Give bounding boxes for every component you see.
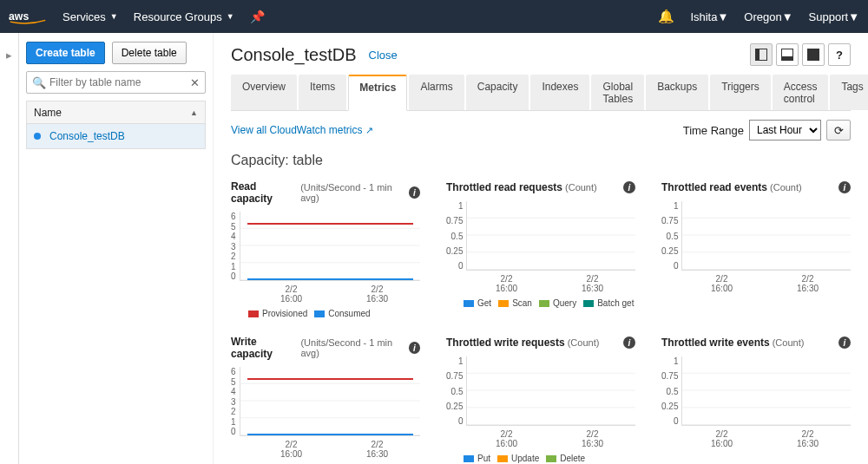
charts-grid: Read capacity (Units/Second - 1 min avg)… [231, 180, 851, 464]
chart-1: Throttled read requests (Count)i10.750.5… [446, 180, 635, 318]
view-split-left[interactable] [750, 43, 773, 66]
chart-5: Throttled write events (Count)i10.750.50… [661, 336, 851, 464]
legend: PutUpdateDeleteBatch write [446, 454, 635, 464]
chart-subtitle: (Count) [565, 182, 597, 193]
y-axis: 10.750.50.250 [661, 201, 681, 271]
chart-3: Write capacity (Units/Second - 1 min avg… [231, 336, 420, 464]
x-axis: 2/216:002/216:30 [661, 429, 851, 448]
legend-item: Batch get [583, 298, 634, 308]
top-nav: aws Services▼ Resource Groups▼ 📌 🔔 Ishit… [0, 0, 868, 33]
sort-icon[interactable]: ▲ [190, 108, 198, 117]
tab-alarms[interactable]: Alarms [409, 75, 464, 110]
chart-4: Throttled write requests (Count)i10.750.… [446, 336, 635, 464]
chart-title: Read capacity [231, 180, 298, 205]
nav-region[interactable]: Oregon▼ [744, 10, 792, 23]
svg-text:aws: aws [9, 10, 29, 23]
info-icon[interactable]: i [623, 337, 635, 349]
y-axis: 6543210 [231, 367, 240, 436]
nav-services[interactable]: Services▼ [62, 10, 118, 23]
caret-down-icon: ▼ [227, 12, 234, 21]
tab-access-control[interactable]: Access control [773, 75, 829, 110]
caret-down-icon: ▼ [717, 10, 728, 23]
info-icon[interactable]: i [623, 181, 635, 193]
caret-down-icon: ▼ [782, 10, 793, 23]
y-axis: 10.750.50.250 [661, 356, 681, 426]
notifications-icon[interactable]: 🔔 [658, 9, 674, 24]
y-axis: 6543210 [231, 212, 240, 281]
nav-resource-groups[interactable]: Resource Groups▼ [134, 10, 234, 23]
sidebar-collapse[interactable]: ▸ [0, 33, 19, 464]
external-link-icon: ↗ [365, 125, 373, 135]
plot-area [240, 212, 420, 281]
chart-title: Throttled write requests [446, 337, 565, 349]
chart-2: Throttled read events (Count)i10.750.50.… [661, 180, 851, 318]
delete-table-button[interactable]: Delete table [112, 42, 187, 64]
refresh-icon: ⟳ [834, 124, 844, 137]
sidebar: Create table Delete table 🔍 ✕ Name ▲ Con… [19, 33, 214, 464]
table-row[interactable]: Console_testDB [27, 124, 205, 148]
legend-item: Provisioned [248, 309, 307, 318]
chart-title: Throttled write events [661, 337, 770, 349]
tabs: OverviewItemsMetricsAlarmsCapacityIndexe… [231, 75, 851, 111]
y-axis: 10.750.50.250 [446, 201, 466, 271]
tab-overview[interactable]: Overview [231, 75, 297, 110]
caret-down-icon: ▼ [848, 10, 859, 23]
tab-tags[interactable]: Tags [830, 75, 868, 110]
tab-metrics[interactable]: Metrics [348, 75, 407, 111]
chart-subtitle: (Count) [568, 337, 600, 348]
plot-area [466, 201, 635, 271]
help-button[interactable]: ? [828, 43, 851, 66]
view-full[interactable] [802, 43, 825, 66]
legend-item: Delete [546, 454, 585, 463]
legend-item: Get [464, 298, 491, 308]
table-filter-input[interactable] [49, 76, 190, 88]
refresh-button[interactable]: ⟳ [826, 120, 851, 141]
view-all-metrics-link[interactable]: View all CloudWatch metrics↗ [231, 124, 373, 136]
plot-area [681, 356, 851, 426]
pin-icon[interactable]: 📌 [250, 10, 265, 23]
close-link[interactable]: Close [369, 49, 398, 62]
x-axis: 2/216:002/216:30 [231, 284, 420, 304]
table-filter[interactable]: 🔍 ✕ [26, 71, 206, 94]
info-icon[interactable]: i [838, 181, 851, 193]
tab-indexes[interactable]: Indexes [530, 75, 589, 110]
caret-down-icon: ▼ [110, 12, 118, 21]
legend-item: Scan [498, 298, 532, 308]
view-split-bottom[interactable] [776, 43, 799, 66]
time-range-select[interactable]: Last Hour [749, 120, 821, 141]
tab-capacity[interactable]: Capacity [466, 75, 529, 110]
tab-global-tables[interactable]: Global Tables [591, 75, 644, 110]
legend-item: Consumed [314, 309, 370, 318]
x-axis: 2/216:002/216:30 [231, 440, 420, 459]
nav-support[interactable]: Support▼ [809, 10, 859, 23]
legend: GetScanQueryBatch get [446, 298, 635, 308]
x-axis: 2/216:002/216:30 [661, 274, 851, 293]
chart-subtitle: (Units/Second - 1 min avg) [300, 182, 408, 203]
legend-item: Update [497, 454, 539, 463]
time-range-label: Time Range [683, 124, 744, 137]
chart-title: Write capacity [231, 336, 298, 360]
tables-header[interactable]: Name ▲ [27, 101, 205, 124]
aws-logo[interactable]: aws [9, 9, 47, 24]
y-axis: 10.750.50.250 [446, 356, 466, 426]
nav-user[interactable]: Ishita▼ [690, 10, 728, 23]
clear-filter-icon[interactable]: ✕ [190, 76, 200, 89]
name-column-header: Name [34, 107, 62, 119]
x-axis: 2/216:002/216:30 [446, 274, 635, 293]
chart-title: Throttled read events [661, 181, 767, 193]
info-icon[interactable]: i [838, 337, 851, 349]
info-icon[interactable]: i [409, 342, 420, 354]
chart-subtitle: (Count) [773, 337, 805, 348]
table-name: Console_testDB [49, 130, 125, 142]
tab-items[interactable]: Items [299, 75, 346, 110]
content-area: Console_testDB Close ? OverviewItemsMetr… [214, 33, 868, 464]
plot-area [240, 367, 420, 436]
chart-title: Throttled read requests [446, 181, 562, 193]
page-title: Console_testDB [231, 45, 357, 65]
tab-triggers[interactable]: Triggers [710, 75, 771, 110]
info-icon[interactable]: i [409, 186, 420, 199]
status-dot-icon [34, 133, 41, 140]
search-icon: 🔍 [32, 76, 46, 89]
tab-backups[interactable]: Backups [646, 75, 708, 110]
create-table-button[interactable]: Create table [26, 42, 105, 64]
